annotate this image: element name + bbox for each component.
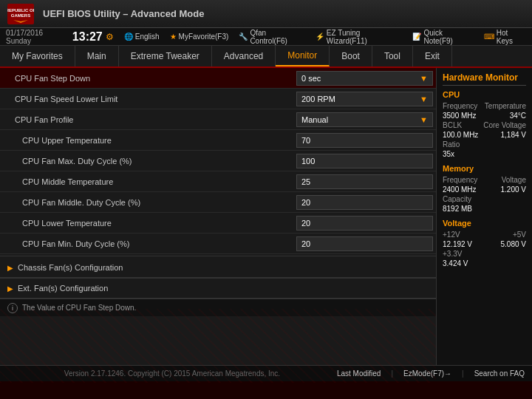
chassis-fan-section[interactable]: ▶ Chassis Fan(s) Configuration [0, 258, 436, 278]
cpu-fan-min-duty-label: CPU Fan Min. Duty Cycle (%) [0, 236, 292, 251]
settings-icon[interactable]: ⚙ [106, 32, 114, 42]
hot-keys-label: Hot Keys [497, 29, 526, 45]
info-bottom-bar: i The Value of CPU Fan Step Down. [0, 299, 436, 316]
note-icon: 📝 [412, 33, 421, 41]
rog-logo-icon: REPUBLIC OF GAMERS [7, 4, 34, 24]
separator [0, 256, 436, 256]
dropdown-arrow-icon: ▼ [420, 74, 428, 83]
ez-icon: ⚡ [316, 33, 324, 41]
cpu-fan-middle-duty-input[interactable]: 20 [296, 195, 433, 210]
cpu-upper-temp-row[interactable]: CPU Upper Temperature 70 [0, 130, 436, 151]
info-circle-icon: i [7, 303, 18, 313]
star-icon: ★ [170, 33, 177, 41]
quick-note-label: Quick Note(F9) [423, 29, 473, 45]
volt-5-label: +5V [513, 231, 526, 239]
fan-icon: 🔧 [239, 33, 248, 41]
mem-volt-value: 1.200 V [501, 185, 526, 194]
cpu-fan-stepdown-value[interactable]: 0 sec ▼ [292, 69, 436, 87]
sidebar-cpu-title: CPU [443, 90, 526, 99]
sidebar-memory-section: Memory Frequency Voltage 2400 MHz 1.200 … [443, 164, 526, 213]
volt-5-value: 5.080 V [501, 240, 526, 248]
cpu-fan-stepdown-label: CPU Fan Step Down [0, 71, 292, 86]
footer-divider1: | [391, 369, 393, 378]
tab-main[interactable]: Main [75, 46, 119, 66]
cpu-lower-temp-row[interactable]: CPU Lower Temperature 20 [0, 213, 436, 233]
cpu-middle-temp-label: CPU Middle Temperature [0, 174, 292, 189]
cpu-middle-temp-row[interactable]: CPU Middle Temperature 25 [0, 171, 436, 192]
chevron-right-icon: ▶ [7, 264, 13, 272]
mem-freq-value: 2400 MHz [443, 185, 477, 194]
hot-keys-button[interactable]: ⌨ Hot Keys [484, 29, 526, 45]
cpu-freq-label: Frequency [443, 102, 477, 110]
mem-cap-value: 8192 MB [443, 205, 472, 213]
cpu-temp-label: Temperature [485, 102, 526, 110]
ez-mode-label: EzMode(F7)→ [403, 369, 451, 378]
info-bar: 01/17/2016 Sunday 13:27 ⚙ 🌐 English ★ My… [0, 28, 532, 46]
cpu-bclk-label: BCLK [443, 121, 462, 129]
cpu-fan-middle-duty-value[interactable]: 20 [292, 194, 436, 211]
cpu-ratio-val-row: 35x [443, 150, 526, 158]
keyboard-icon: ⌨ [484, 33, 494, 41]
last-modified-button[interactable]: Last Modified [337, 369, 381, 378]
cpu-lower-temp-input[interactable]: 20 [296, 216, 433, 231]
svg-text:GAMERS: GAMERS [11, 13, 30, 18]
cpu-lower-temp-value[interactable]: 20 [292, 214, 436, 232]
cpu-fan-stepdown-dropdown[interactable]: 0 sec ▼ [296, 71, 433, 86]
volt-12-row: +12V +5V [443, 231, 526, 239]
footer-copyright: Version 2.17.1246. Copyright (C) 2015 Am… [64, 369, 280, 378]
tab-tool[interactable]: Tool [372, 46, 413, 66]
qfan-shortcut[interactable]: 🔧 Qfan Control(F6) [239, 29, 304, 45]
cpu-fan-speed-lower-row[interactable]: CPU Fan Speed Lower Limit 200 RPM ▼ [0, 89, 436, 109]
sidebar-voltage-section: Voltage +12V +5V 12.192 V 5.080 V +3.3V … [443, 219, 526, 267]
ez-mode-button[interactable]: EzMode(F7)→ [403, 369, 451, 378]
ez-label: EZ Tuning Wizard(F11) [327, 29, 403, 45]
cpu-fan-max-duty-input[interactable]: 100 [296, 154, 433, 168]
cpu-fan-profile-dropdown[interactable]: Manual ▼ [296, 112, 433, 127]
cpu-middle-temp-value[interactable]: 25 [292, 173, 436, 191]
cpu-fan-profile-value[interactable]: Manual ▼ [292, 111, 436, 129]
cpu-fan-max-duty-value[interactable]: 100 [292, 152, 436, 170]
hardware-monitor-sidebar: Hardware Monitor CPU Frequency Temperatu… [436, 68, 532, 365]
tab-advanced[interactable]: Advanced [212, 46, 276, 66]
cpu-fan-middle-duty-row[interactable]: CPU Fan Middle. Duty Cycle (%) 20 [0, 192, 436, 213]
chassis-fan-label: Chassis Fan(s) Configuration [18, 263, 123, 272]
tab-boot[interactable]: Boot [330, 46, 372, 66]
cpu-upper-temp-value[interactable]: 70 [292, 132, 436, 149]
cpu-freq-val-row: 3500 MHz 34°C [443, 112, 526, 120]
tab-extreme-tweaker[interactable]: Extreme Tweaker [119, 46, 212, 66]
tab-my-favorites[interactable]: My Favorites [0, 46, 75, 66]
cpu-fan-profile-row[interactable]: CPU Fan Profile Manual ▼ [0, 109, 436, 130]
footer-divider2: | [462, 369, 464, 378]
volt-33-value: 3.424 V [443, 259, 468, 267]
tab-monitor[interactable]: Monitor [276, 46, 330, 66]
cpu-upper-temp-input[interactable]: 70 [296, 133, 433, 148]
cpu-fan-speed-lower-dropdown[interactable]: 200 RPM ▼ [296, 92, 433, 106]
cpu-fan-min-duty-input[interactable]: 20 [296, 236, 433, 251]
tab-exit[interactable]: Exit [413, 46, 452, 66]
volt-33-label: +3.3V [443, 250, 462, 258]
footer-bar: Version 2.17.1246. Copyright (C) 2015 Am… [0, 365, 532, 381]
sidebar-voltage-title: Voltage [443, 219, 526, 228]
myfavorite-shortcut[interactable]: ★ MyFavorite(F3) [170, 33, 229, 41]
datetime-area: 01/17/2016 Sunday 13:27 ⚙ [6, 29, 114, 45]
cpu-fan-max-duty-row[interactable]: CPU Fan Max. Duty Cycle (%) 100 [0, 151, 436, 171]
cpu-middle-temp-input[interactable]: 25 [296, 174, 433, 189]
chevron-right-icon2: ▶ [7, 284, 13, 293]
cpu-ratio-row: Ratio [443, 140, 526, 149]
sidebar-memory-title: Memory [443, 164, 526, 173]
language-selector[interactable]: 🌐 English [124, 33, 160, 41]
ez-tuning-shortcut[interactable]: ⚡ EZ Tuning Wizard(F11) [316, 29, 403, 45]
ext-fan-section[interactable]: ▶ Ext. Fan(s) Configuration [0, 279, 436, 299]
quick-note-shortcut[interactable]: 📝 Quick Note(F9) [412, 29, 473, 45]
cpu-bclk-value: 100.0 MHz [443, 131, 478, 139]
cpu-freq-row: Frequency Temperature [443, 102, 526, 110]
ext-fan-label: Ext. Fan(s) Configuration [18, 284, 108, 293]
cpu-fan-stepdown-row[interactable]: CPU Fan Step Down 0 sec ▼ [0, 68, 436, 89]
cpu-fan-min-duty-value[interactable]: 20 [292, 235, 436, 253]
qfan-label: Qfan Control(F6) [250, 29, 304, 45]
mem-cap-val-row: 8192 MB [443, 205, 526, 213]
cpu-fan-speed-lower-value[interactable]: 200 RPM ▼ [292, 90, 436, 108]
sidebar-title: Hardware Monitor [443, 72, 526, 86]
cpu-fan-min-duty-row[interactable]: CPU Fan Min. Duty Cycle (%) 20 [0, 233, 436, 254]
search-faq-button[interactable]: Search on FAQ [474, 369, 525, 378]
